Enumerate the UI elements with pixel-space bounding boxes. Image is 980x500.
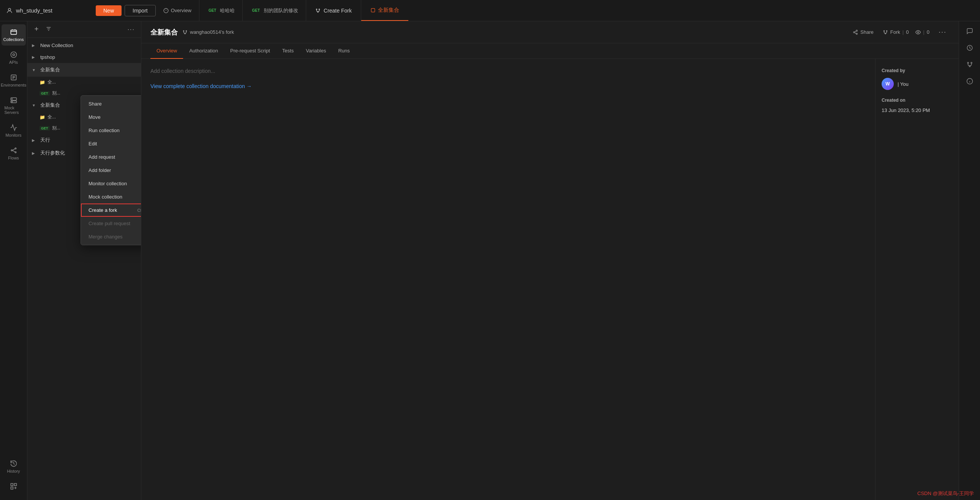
right-panel-history-btn[interactable] [963,41,977,55]
get-method-badge: GET [40,91,50,96]
environments-nav-label: Environments [1,83,26,87]
chevron-right-icon: ▶ [32,55,37,59]
header-actions: Share Fork | 0 | 0 [850,27,950,38]
svg-point-4 [316,9,317,10]
ctx-run-collection[interactable]: Run collection [81,124,141,137]
tab-overview-label: Overview [171,8,191,13]
sidebar-item-apps[interactable] [2,479,26,494]
content-tab-tests[interactable]: Tests [276,43,300,59]
add-collection-button[interactable] [32,24,41,35]
header-more-button[interactable]: ··· [935,27,950,38]
content-tab-pre-request-label: Pre-request Script [230,48,270,54]
share-action-label: Share [860,29,873,35]
ctx-mock-collection-label: Mock collection [89,194,123,200]
ctx-create-fork[interactable]: Create a fork Ctrl+Alt+F [81,203,141,217]
sidebar-item-flows[interactable]: Flows [2,143,26,164]
tab-hahaha[interactable]: GET 哈哈哈 [199,0,243,21]
content-tab-pre-request[interactable]: Pre-request Script [224,43,276,59]
content-tab-variables-label: Variables [306,48,326,54]
content-tab-authorization[interactable]: Authorization [183,43,224,59]
sidebar-item-mock-servers[interactable]: Mock Servers [2,93,26,119]
tab-overview[interactable]: Overview [156,0,199,21]
collection-new-collection[interactable]: ▶ New Collection [27,40,141,51]
sidebar-item-apis[interactable]: APIs [2,47,26,68]
sidebar-item-history[interactable]: History [2,456,26,477]
right-panel-info-btn[interactable] [963,75,977,88]
ctx-merge-changes-label: Merge changes [89,234,123,240]
main-content: 全新集合 wanghao0514's fork Share [141,21,959,500]
ctx-share-label: Share [89,101,102,107]
sidebar-more-button[interactable]: ··· [126,25,136,35]
created-by-user: | You [897,81,908,87]
top-bar: wh_study_test New Import Overview GET 哈哈… [0,0,980,21]
svg-point-20 [12,102,13,102]
content-sidebar-meta: Created by W | You Created on 13 Jun 202… [875,59,959,500]
content-tab-overview[interactable]: Overview [150,43,183,59]
chevron-down-icon: ▼ [32,68,37,72]
sidebar-item-collections[interactable]: Collections [2,24,26,46]
sub-folder-1[interactable]: 📁 全... [27,77,141,88]
sub-folder-label: 全... [48,79,56,86]
svg-line-24 [12,149,15,150]
view-docs-link[interactable]: View complete collection documentation → [150,83,252,89]
right-panel-fork-btn[interactable] [963,58,977,71]
svg-line-27 [14,463,15,465]
collection-tab-icon [370,8,375,13]
history-icon [10,460,18,467]
collection-name-label: New Collection [40,43,136,48]
context-menu: Share Move Run collection Edit Add reque… [81,95,141,245]
svg-point-48 [883,30,884,31]
description-placeholder: Add collection description... [150,68,866,74]
get-method-badge: GET [40,126,50,130]
meta-user: W | You [881,78,953,90]
sidebar-item-monitors[interactable]: Monitors [2,120,26,141]
environments-icon [10,74,18,81]
folder-icon: 📁 [40,115,45,120]
icon-nav: Collections APIs Environments [0,21,27,500]
ctx-edit[interactable]: Edit [81,137,141,150]
svg-point-49 [886,30,887,31]
fork-badge: wanghao0514's fork [182,29,234,35]
share-icon [853,30,858,35]
ctx-add-folder[interactable]: Add folder [81,163,141,177]
username-label: wh_study_test [16,7,52,14]
collection-quanxin1[interactable]: ▼ 全新集合 ☆ ··· [27,63,141,77]
ctx-create-pull-label: Create pull request [89,221,130,226]
eye-number: 0 [927,29,929,35]
share-action-button[interactable]: Share [850,28,877,37]
collection-tpshop[interactable]: ▶ tpshop [27,51,141,63]
mock-servers-nav-label: Mock Servers [5,106,23,115]
ctx-add-request[interactable]: Add request [81,150,141,163]
ctx-monitor-collection[interactable]: Monitor collection [81,177,141,190]
meta-created: Created on 13 Jun 2023, 5:20 PM [881,98,953,113]
filter-icon [46,26,52,32]
fork-icon [315,8,321,13]
import-button[interactable]: Import [124,5,156,16]
collections-nav-label: Collections [3,37,24,42]
new-button[interactable]: New [96,5,122,16]
tab-biede[interactable]: GET 别的团队的修改 [243,0,306,21]
flows-icon [10,146,18,154]
filter-button[interactable] [44,24,53,35]
user-avatar: W [881,78,894,90]
ctx-move[interactable]: Move [81,111,141,124]
svg-rect-29 [14,484,16,486]
collection-name-label: 全新集合 [40,67,119,73]
svg-point-39 [186,30,186,31]
tab-quanxin-label: 全新集合 [378,7,399,14]
right-fork-icon [966,61,973,68]
content-tab-variables[interactable]: Variables [300,43,332,59]
right-panel-comment-btn[interactable] [963,24,977,38]
ctx-mock-collection[interactable]: Mock collection [81,190,141,203]
ctx-share[interactable]: Share [81,97,141,111]
content-tab-authorization-label: Authorization [189,48,218,54]
svg-point-5 [319,9,320,10]
content-tab-runs[interactable]: Runs [332,43,356,59]
svg-point-19 [12,99,13,100]
tab-quanxin[interactable]: 全新集合 [361,0,408,21]
top-bar-actions: New Import [96,5,156,16]
tab-create-fork-label: Create Fork [324,8,352,14]
tab-create-fork[interactable]: Create Fork [306,0,361,21]
sidebar-item-environments[interactable]: Environments [2,70,26,91]
sidebar: ··· ▶ New Collection ▶ tpshop ▼ 全新集合 ☆ ·… [27,21,141,500]
